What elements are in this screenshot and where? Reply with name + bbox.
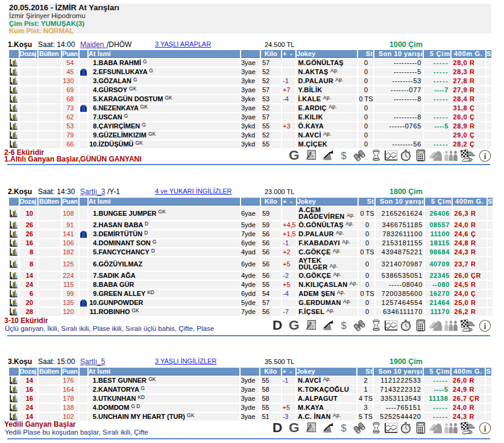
svg-text:i: i: [484, 152, 487, 161]
svg-text:i: i: [484, 322, 487, 331]
svg-text:$: $: [341, 320, 346, 331]
svg-text:$: $: [341, 423, 346, 433]
svg-text:i: i: [484, 424, 487, 433]
svg-text:$: $: [341, 150, 346, 161]
